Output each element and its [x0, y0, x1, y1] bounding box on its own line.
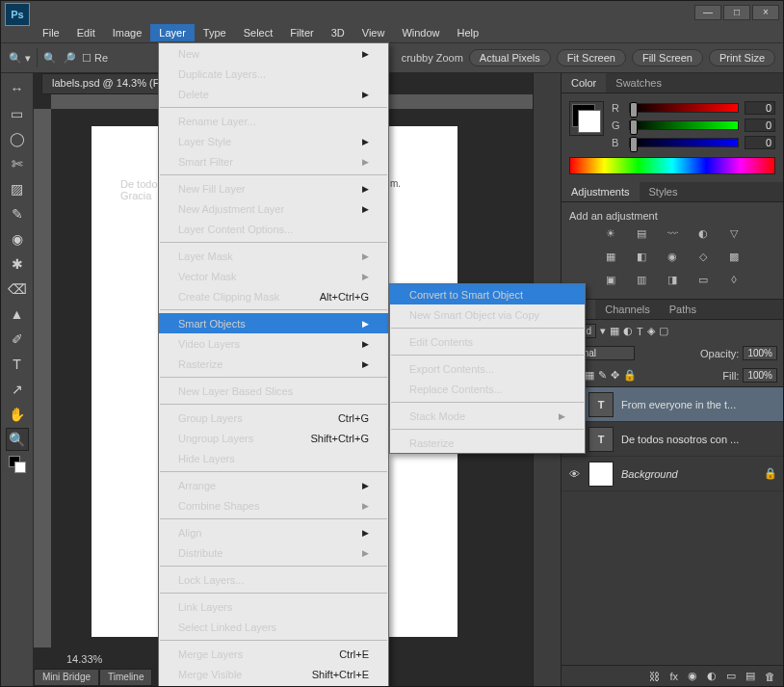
actual-pixels-button[interactable]: Actual Pixels [469, 49, 551, 66]
menuitem-create-clipping-mask[interactable]: Create Clipping MaskAlt+Ctrl+G [159, 286, 388, 306]
tool-1[interactable]: ▭ [6, 102, 29, 125]
fill-value[interactable]: 100% [743, 368, 777, 383]
menu-image[interactable]: Image [104, 24, 151, 41]
menuitem-align[interactable]: Align▶ [159, 522, 388, 542]
link-layers-icon[interactable]: ⛓ [649, 671, 660, 682]
resize-checkbox[interactable]: ☐ Re [82, 52, 108, 65]
menuitem-lock-layers-[interactable]: Lock Layers... [159, 569, 388, 590]
gradient-map-icon[interactable]: ▭ [693, 274, 714, 291]
menu-select[interactable]: Select [235, 24, 282, 41]
menu-help[interactable]: Help [449, 24, 488, 41]
menu-file[interactable]: File [34, 24, 68, 41]
tab-paths[interactable]: Paths [660, 300, 706, 319]
fill-screen-button[interactable]: Fill Screen [632, 49, 703, 66]
menuitem-video-layers[interactable]: Video Layers▶ [159, 333, 388, 354]
filter-smart-icon[interactable]: ▢ [659, 325, 668, 337]
tool-13[interactable]: ✋ [6, 403, 29, 426]
menu-filter[interactable]: Filter [281, 24, 322, 41]
zoom-level[interactable]: 14.33% [66, 653, 102, 665]
color-swatch-tool[interactable] [6, 453, 29, 476]
tool-2[interactable]: ◯ [6, 127, 29, 150]
menu-edit[interactable]: Edit [68, 24, 104, 41]
menuitem-group-layers[interactable]: Group LayersCtrl+G [159, 408, 388, 428]
curves-icon[interactable]: 〰 [662, 227, 683, 245]
tool-0[interactable]: ↔ [6, 77, 29, 100]
tool-6[interactable]: ◉ [6, 227, 29, 251]
menuitem-new-adjustment-layer[interactable]: New Adjustment Layer▶ [159, 198, 388, 219]
channel-mixer-icon[interactable]: ◇ [693, 251, 714, 268]
menuitem-smart-objects[interactable]: Smart Objects▶ [159, 313, 388, 333]
menuitem-duplicate-layers-[interactable]: Duplicate Layers... [159, 64, 388, 84]
mask-icon[interactable]: ◉ [688, 670, 697, 682]
exposure-icon[interactable]: ◐ [693, 227, 714, 245]
menuitem-new-layer-based-slices[interactable]: New Layer Based Slices [159, 381, 388, 401]
zoom-in-icon[interactable]: 🔍 [43, 52, 57, 65]
menu-type[interactable]: Type [195, 24, 235, 41]
posterize-icon[interactable]: ▥ [631, 274, 652, 291]
selective-color-icon[interactable]: ◊ [723, 274, 745, 291]
fx-icon[interactable]: fx [669, 671, 678, 682]
menuitem-layer-style[interactable]: Layer Style▶ [159, 131, 388, 151]
tool-9[interactable]: ▲ [6, 303, 29, 326]
filter-adjust-icon[interactable]: ◐ [623, 325, 633, 337]
filter-type-icon[interactable]: T [637, 326, 643, 337]
menuitem-arrange[interactable]: Arrange▶ [159, 475, 388, 495]
slider-g[interactable]: G0 [612, 119, 775, 132]
scrubby-zoom-checkbox[interactable]: crubby Zoom [402, 52, 463, 64]
delete-layer-icon[interactable]: 🗑 [765, 671, 775, 682]
group-icon[interactable]: ▭ [726, 670, 736, 682]
foreground-background-swatch[interactable] [569, 101, 604, 136]
tool-12[interactable]: ↗ [6, 378, 29, 401]
maximize-button[interactable]: □ [723, 5, 750, 20]
tool-8[interactable]: ⌫ [6, 277, 29, 301]
menu-3d[interactable]: 3D [323, 24, 353, 41]
tool-10[interactable]: ✐ [6, 328, 29, 351]
brightness-icon[interactable]: ☀ [600, 227, 621, 245]
menuitem-delete[interactable]: Delete▶ [159, 84, 388, 104]
menuitem-convert-to-smart-object[interactable]: Convert to Smart Object [390, 284, 585, 304]
menuitem-link-layers[interactable]: Link Layers [159, 596, 388, 617]
menuitem-new-fill-layer[interactable]: New Fill Layer▶ [159, 178, 388, 198]
new-layer-icon[interactable]: ▤ [745, 670, 755, 682]
tool-4[interactable]: ▨ [6, 177, 29, 200]
tab-swatches[interactable]: Swatches [606, 73, 671, 92]
menuitem-new[interactable]: New▶ [159, 43, 388, 64]
adjustment-layer-icon[interactable]: ◐ [707, 670, 717, 682]
tab-styles[interactable]: Styles [640, 182, 688, 201]
hsl-icon[interactable]: ▦ [600, 251, 621, 268]
close-button[interactable]: × [752, 5, 779, 20]
fit-screen-button[interactable]: Fit Screen [557, 49, 626, 66]
menu-window[interactable]: Window [393, 24, 448, 41]
tool-5[interactable]: ✎ [6, 202, 29, 225]
filter-pixel-icon[interactable]: ▦ [610, 325, 619, 337]
tab-timeline[interactable]: Timeline [99, 669, 152, 686]
threshold-icon[interactable]: ◨ [662, 274, 683, 291]
menu-layer[interactable]: Layer [150, 24, 195, 41]
tab-color[interactable]: Color [562, 73, 606, 92]
menuitem-ungroup-layers[interactable]: Ungroup LayersShift+Ctrl+G [159, 428, 388, 448]
menuitem-hide-layers[interactable]: Hide Layers [159, 448, 388, 468]
levels-icon[interactable]: ▤ [631, 227, 652, 245]
tool-7[interactable]: ✱ [6, 252, 29, 276]
layer-row[interactable]: 👁TDe todos nosotros con ... [562, 422, 783, 457]
vibrance-icon[interactable]: ▽ [723, 227, 745, 245]
menuitem-rename-layer-[interactable]: Rename Layer... [159, 111, 388, 131]
minimize-button[interactable]: — [694, 5, 721, 20]
tab-mini-bridge[interactable]: Mini Bridge [34, 669, 99, 686]
document-tab[interactable]: labels.psd @ 14.3% (F [41, 73, 170, 94]
invert-icon[interactable]: ▣ [600, 274, 621, 291]
slider-b[interactable]: B0 [612, 136, 775, 149]
menu-view[interactable]: View [353, 24, 394, 41]
layer-row[interactable]: 👁TFrom everyone in the t... [562, 387, 783, 422]
tool-3[interactable]: ✄ [6, 152, 29, 175]
tool-14[interactable]: 🔍 [6, 428, 29, 451]
zoom-out-icon[interactable]: 🔎 [63, 52, 76, 65]
tab-adjustments[interactable]: Adjustments [562, 182, 640, 201]
visibility-icon[interactable]: 👁 [567, 468, 581, 480]
menuitem-merge-visible[interactable]: Merge VisibleShift+Ctrl+E [159, 664, 388, 684]
color-lookup-icon[interactable]: ▩ [723, 251, 745, 268]
tab-channels[interactable]: Channels [595, 300, 659, 319]
slider-r[interactable]: R0 [612, 101, 775, 115]
opacity-value[interactable]: 100% [743, 346, 777, 360]
tool-11[interactable]: T [6, 353, 29, 376]
